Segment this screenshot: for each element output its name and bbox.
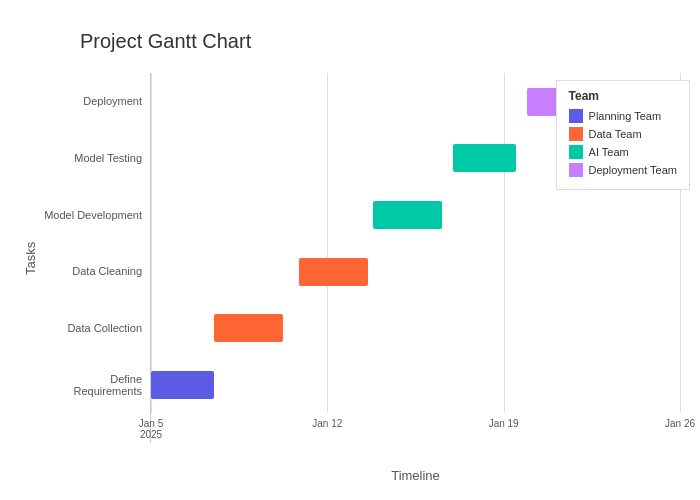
x-axis-label: Timeline (391, 468, 440, 483)
legend-item: Data Team (569, 127, 677, 141)
gantt-bar (453, 144, 516, 172)
legend-item: AI Team (569, 145, 677, 159)
gantt-bar (214, 314, 283, 342)
x-tick: Jan 26 (655, 418, 700, 429)
y-tick: Model Testing (40, 133, 150, 183)
legend-item-label: Planning Team (589, 110, 662, 122)
x-axis: Jan 52025Jan 12Jan 19Jan 26 (151, 413, 680, 443)
legend-item: Planning Team (569, 109, 677, 123)
x-tick: Jan 52025 (126, 418, 176, 440)
y-tick: Deployment (40, 76, 150, 126)
legend-color-box (569, 163, 583, 177)
legend-item: Deployment Team (569, 163, 677, 177)
y-tick: Define Requirements (40, 360, 150, 410)
chart-title: Project Gantt Chart (20, 30, 680, 53)
gantt-bar (299, 258, 368, 286)
y-tick: Data Cleaning (40, 246, 150, 296)
legend-color-box (569, 127, 583, 141)
chart-container: Project Gantt Chart Tasks DeploymentMode… (0, 0, 700, 500)
y-tick: Model Development (40, 190, 150, 240)
legend-item-label: Deployment Team (589, 164, 677, 176)
legend-color-box (569, 145, 583, 159)
y-axis-label: Tasks (20, 73, 40, 443)
gantt-bar (151, 371, 214, 399)
legend-item-label: Data Team (589, 128, 642, 140)
y-tick: Data Collection (40, 303, 150, 353)
legend: Team Planning TeamData TeamAI TeamDeploy… (556, 80, 690, 190)
x-tick: Jan 19 (479, 418, 529, 429)
legend-title: Team (569, 89, 677, 103)
legend-color-box (569, 109, 583, 123)
x-tick: Jan 12 (302, 418, 352, 429)
gantt-bar (373, 201, 442, 229)
y-axis: DeploymentModel TestingModel Development… (40, 73, 150, 443)
legend-item-label: AI Team (589, 146, 629, 158)
